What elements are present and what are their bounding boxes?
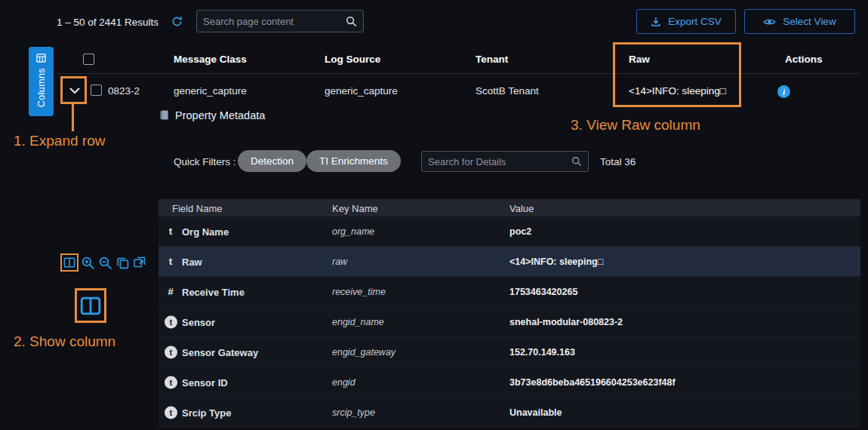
chevron-down-icon <box>69 88 80 94</box>
col-header-log-source: Log Source <box>325 54 380 65</box>
field-type-icon: t <box>165 315 177 328</box>
detail-row-sensor-gateway[interactable]: t Sensor Gateway engid_gateway 152.70.14… <box>159 337 860 367</box>
columns-panel-button[interactable]: Columns <box>29 47 54 116</box>
field-value: snehal-modular-080823-2 <box>509 317 623 327</box>
refresh-icon <box>171 18 183 29</box>
annotation-step1: 1. Expand row <box>14 133 105 149</box>
detail-header-value: Value <box>509 202 534 213</box>
row-raw-value: <14>INFO: sleeping□ <box>629 85 726 97</box>
field-value: Unavailable <box>509 407 562 418</box>
field-type-icon: t <box>164 255 177 269</box>
details-search-box <box>421 151 589 172</box>
search-icon <box>346 16 357 27</box>
results-count: 1 – 50 of 2441 Results <box>57 17 159 28</box>
property-metadata-table: Field Name Key Name Value t Org Name org… <box>159 199 860 428</box>
field-name: Raw <box>182 256 202 267</box>
select-view-button[interactable]: Select View <box>744 9 855 34</box>
annotation-step2: 2. Show column <box>14 333 115 350</box>
search-icon <box>571 156 582 167</box>
field-name: Sensor ID <box>182 376 228 388</box>
field-type-icon: t <box>165 376 177 389</box>
copy-icon[interactable] <box>116 256 129 269</box>
columns-icon-small <box>63 257 75 268</box>
col-header-raw: Raw <box>629 54 650 65</box>
annotation-step3: 3. View Raw column <box>571 117 700 134</box>
row-checkbox[interactable] <box>91 84 102 96</box>
key-name: engid_gateway <box>332 347 396 358</box>
key-name: org_name <box>332 226 374 237</box>
field-value: poc2 <box>509 226 531 237</box>
detail-row-raw[interactable]: t Raw raw <14>INFO: sleeping□ <box>159 247 860 277</box>
col-header-message-class: Message Class <box>174 54 247 65</box>
col-header-tenant: Tenant <box>476 54 508 65</box>
field-type-icon: t <box>164 225 177 238</box>
property-metadata-title: Property Metadata <box>175 109 265 121</box>
columns-grid-icon <box>36 54 46 63</box>
field-type-icon: t <box>165 346 177 358</box>
field-name: Sensor <box>182 316 215 327</box>
detail-row-sensor[interactable]: t Sensor engid_name snehal-modular-08082… <box>159 307 860 337</box>
field-name: Srcip Type <box>182 407 232 418</box>
col-header-actions: Actions <box>785 54 823 65</box>
zoom-in-icon[interactable] <box>81 256 95 270</box>
export-csv-button[interactable]: Export CSV <box>636 9 736 34</box>
download-icon <box>651 17 661 27</box>
field-value: 152.70.149.163 <box>509 347 575 358</box>
select-view-label: Select View <box>783 16 836 27</box>
info-icon[interactable]: i <box>777 85 790 98</box>
filter-detection-button[interactable]: Detection <box>238 150 306 172</box>
total-count: Total 36 <box>600 156 636 167</box>
key-name: engid <box>332 377 356 388</box>
row-id: 0823-2 <box>108 85 140 97</box>
highlight-box-columns-icon <box>60 253 78 272</box>
export-csv-label: Export CSV <box>668 16 722 27</box>
quick-filters-label: Quick Filters : <box>174 156 236 167</box>
eye-icon <box>763 17 776 26</box>
field-type-icon: # <box>164 285 177 299</box>
columns-panel-label: Columns <box>36 68 47 107</box>
field-name: Sensor Gateway <box>182 346 258 358</box>
key-name: srcip_type <box>332 407 375 418</box>
log-results-screen: 1 – 50 of 2441 Results Export CSV Select… <box>0 0 868 430</box>
field-value: <14>INFO: sleeping□ <box>509 256 603 267</box>
field-name: Receive Time <box>182 286 245 297</box>
copy-arrow-icon[interactable] <box>133 256 146 269</box>
highlight-box-columns-icon-large <box>75 288 106 323</box>
refresh-button[interactable] <box>171 16 183 29</box>
key-name: engid_name <box>332 317 384 327</box>
filter-ti-enrichments-button[interactable]: TI Enrichments <box>306 150 401 172</box>
detail-header-field: Field Name <box>172 202 222 213</box>
page-search-input[interactable] <box>203 16 346 27</box>
detail-row-sensor-id[interactable]: t Sensor ID engid 3b73e8d6beba4651966042… <box>159 367 860 398</box>
details-search-input[interactable] <box>428 156 571 167</box>
header-divider <box>57 73 860 74</box>
row-tenant: ScottB Tenant <box>476 85 539 97</box>
row-log-source: generic_capture <box>325 85 398 97</box>
detail-row-srcip-type[interactable]: t Srcip Type srcip_type Unavailable <box>159 398 860 428</box>
field-value: 3b73e8d6beba465196604253e623f48f <box>509 377 676 388</box>
key-name: receive_time <box>332 287 386 297</box>
expand-row-button[interactable] <box>65 81 85 100</box>
highlight-box-raw-column <box>613 42 741 107</box>
key-name: raw <box>332 256 347 267</box>
columns-icon-large <box>80 296 101 315</box>
field-name: Org Name <box>182 226 229 237</box>
row-message-class: generic_capture <box>174 85 247 97</box>
page-search-box <box>196 10 364 32</box>
book-icon <box>159 109 170 121</box>
field-value: 1753463420265 <box>509 287 577 297</box>
field-type-icon: t <box>165 406 177 419</box>
detail-table-header: Field Name Key Name Value <box>159 199 860 217</box>
zoom-out-icon[interactable] <box>98 256 112 270</box>
detail-row-receive-time[interactable]: # Receive Time receive_time 175346342026… <box>159 277 860 307</box>
header-checkbox[interactable] <box>83 54 94 65</box>
annotation-connector-line <box>72 104 74 131</box>
detail-header-key: Key Name <box>332 202 378 213</box>
detail-row-org-name[interactable]: t Org Name org_name poc2 <box>159 217 860 247</box>
